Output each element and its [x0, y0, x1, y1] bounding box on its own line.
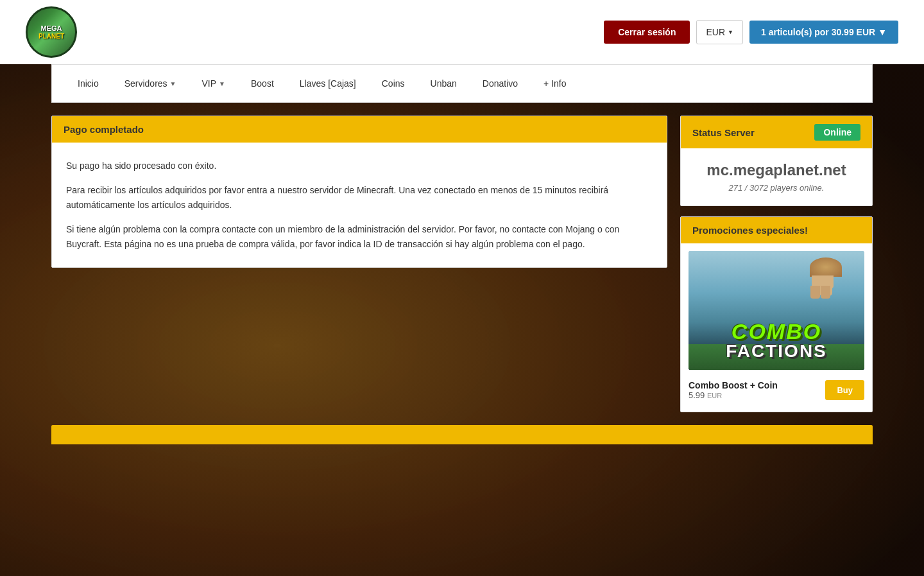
- nav-info[interactable]: + Info: [531, 67, 579, 100]
- cart-label: 1 articulo(s) por 30.99 EUR: [761, 27, 875, 37]
- main-content: Pago completado Su pago ha sido procesad…: [51, 116, 873, 412]
- nav-llaves[interactable]: Llaves [Cajas]: [287, 67, 369, 100]
- currency-selector[interactable]: EUR: [696, 20, 742, 44]
- payment-text-3: Si tiene algún problema con la compra co…: [66, 222, 653, 251]
- payment-panel-header: Pago completado: [52, 116, 667, 143]
- promo-card-body: COMBO FACTIONS Combo Boost + Coin 5.99 E…: [681, 243, 872, 412]
- payment-panel-body: Su pago ha sido procesado con éxito. Par…: [52, 143, 667, 267]
- nav-unban[interactable]: Unban: [418, 67, 470, 100]
- logo-planet: PLANET: [38, 33, 64, 40]
- online-badge: Online: [814, 124, 860, 141]
- logo: MEGA PLANET: [26, 6, 77, 58]
- promo-item-currency: EUR: [707, 392, 722, 399]
- promo-item-price: 5.99 EUR: [689, 390, 825, 400]
- payment-panel: Pago completado Su pago ha sido procesad…: [51, 116, 667, 268]
- header: MEGA PLANET Cerrar sesión EUR 1 articulo…: [0, 0, 924, 64]
- nav-bar: Inicio Servidores ▼ VIP ▼ Boost Llaves […: [51, 64, 873, 103]
- promo-buy-button[interactable]: Buy: [825, 380, 864, 400]
- status-card: Status Server Online mc.megaplanet.net 2…: [680, 116, 873, 206]
- right-panel: Status Server Online mc.megaplanet.net 2…: [680, 116, 873, 412]
- cerrar-sesion-button[interactable]: Cerrar sesión: [604, 21, 690, 44]
- payment-text-2: Para recibir los artículos adquiridos po…: [66, 183, 653, 212]
- cart-button[interactable]: 1 articulo(s) por 30.99 EUR ▼: [749, 21, 898, 44]
- promo-item-info: Combo Boost + Coin 5.99 EUR: [689, 380, 825, 400]
- status-header-text: Status Server: [692, 127, 755, 138]
- nav-vip[interactable]: VIP ▼: [189, 67, 238, 100]
- nav-servidores[interactable]: Servidores ▼: [112, 67, 189, 100]
- servidores-dropdown-icon: ▼: [170, 80, 176, 87]
- factions-text: FACTIONS: [726, 342, 827, 360]
- nav-coins[interactable]: Coins: [369, 67, 418, 100]
- promo-item-name: Combo Boost + Coin: [689, 380, 825, 390]
- status-card-body: mc.megaplanet.net 271 / 3072 players onl…: [681, 148, 872, 205]
- header-actions: Cerrar sesión EUR 1 articulo(s) por 30.9…: [604, 20, 898, 44]
- server-address: mc.megaplanet.net: [694, 161, 859, 179]
- status-card-header: Status Server Online: [681, 116, 872, 148]
- promo-card: Promociones especiales!: [680, 216, 873, 412]
- promo-item-row: Combo Boost + Coin 5.99 EUR Buy: [689, 376, 864, 404]
- combo-text: COMBO: [732, 320, 821, 342]
- promo-card-header: Promociones especiales!: [681, 217, 872, 243]
- vip-dropdown-icon: ▼: [219, 80, 225, 87]
- nav-donativo[interactable]: Donativo: [470, 67, 531, 100]
- players-online: 271 / 3072 players online.: [694, 183, 859, 193]
- logo-circle: MEGA PLANET: [26, 6, 77, 58]
- logo-mega: MEGA: [38, 24, 64, 32]
- nav-boost[interactable]: Boost: [238, 67, 287, 100]
- nav-inicio[interactable]: Inicio: [65, 67, 112, 100]
- payment-text-1: Su pago ha sido procesado con éxito.: [66, 159, 653, 173]
- bottom-bar: [51, 425, 873, 444]
- cart-arrow-icon: ▼: [878, 27, 887, 37]
- promo-image: COMBO FACTIONS: [689, 251, 864, 370]
